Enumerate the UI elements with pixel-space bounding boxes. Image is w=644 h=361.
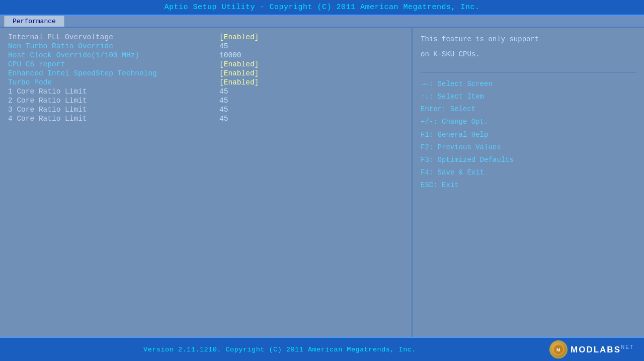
setting-value-6: 45: [219, 87, 228, 96]
setting-label-2: Host Clock Override(1/100 MHz): [8, 51, 219, 59]
header-title: Aptio Setup Utility - Copyright (C) 2011…: [164, 3, 479, 12]
settings-list: Internal PLL Overvoltage[Enabled]Non Tur…: [8, 33, 404, 123]
tab-performance[interactable]: Performance: [4, 16, 64, 27]
logo-icon: M: [549, 340, 568, 358]
shortcut-item-7: F4: Save & Exit: [421, 166, 636, 179]
tab-row: Performance: [0, 16, 644, 28]
setting-value-3: [Enabled]: [219, 60, 259, 68]
shortcut-item-8: ESC: Exit: [421, 179, 636, 192]
main-area: Internal PLL Overvoltage[Enabled]Non Tur…: [0, 28, 644, 342]
shortcut-item-5: F2: Previous Values: [421, 141, 636, 154]
shortcut-item-2: Enter: Select: [421, 103, 636, 116]
setting-value-1: 45: [219, 42, 228, 50]
settings-row-3[interactable]: CPU C6 report[Enabled]: [8, 60, 404, 69]
setting-value-0: [Enabled]: [219, 33, 259, 41]
settings-row-9[interactable]: 4 Core Ratio Limit45: [8, 114, 404, 123]
help-line1: This feature is only support: [421, 34, 636, 45]
shortcut-item-6: F3: Optimized Defaults: [421, 154, 636, 166]
settings-row-0[interactable]: Internal PLL Overvoltage[Enabled]: [8, 33, 404, 42]
shortcut-item-0: →←: Select Screen: [421, 78, 636, 91]
settings-row-2[interactable]: Host Clock Override(1/100 MHz)10000: [8, 51, 404, 60]
settings-row-5[interactable]: Turbo Mode[Enabled]: [8, 78, 404, 87]
right-panel: This feature is only support on K-SKU CP…: [413, 28, 644, 342]
shortcut-item-3: +/-: Change Opt.: [421, 116, 636, 128]
setting-value-8: 45: [219, 106, 228, 114]
setting-label-8: 3 Core Ratio Limit: [8, 106, 219, 114]
setting-label-0: Internal PLL Overvoltage: [8, 33, 219, 41]
panel-divider: [421, 72, 636, 73]
settings-row-7[interactable]: 2 Core Ratio Limit45: [8, 96, 404, 105]
logo-text: MODLABSNET: [571, 344, 634, 355]
setting-label-4: Enhanced Intel SpeedStep Technolog: [8, 69, 219, 77]
svg-text:M: M: [556, 347, 560, 352]
logo-superscript: NET: [621, 344, 634, 350]
setting-value-2: 10000: [219, 51, 242, 59]
setting-label-1: Non Turbo Ratio Override: [8, 42, 219, 50]
setting-value-7: 45: [219, 97, 228, 105]
setting-value-4: [Enabled]: [219, 69, 259, 77]
settings-row-8[interactable]: 3 Core Ratio Limit45: [8, 105, 404, 114]
settings-row-1[interactable]: Non Turbo Ratio Override45: [8, 42, 404, 51]
shortcut-list: →←: Select Screen↑↓: Select ItemEnter: S…: [421, 78, 636, 192]
setting-label-6: 1 Core Ratio Limit: [8, 87, 219, 96]
settings-row-4[interactable]: Enhanced Intel SpeedStep Technolog[Enabl…: [8, 69, 404, 78]
setting-value-5: [Enabled]: [219, 78, 259, 86]
bottom-bar: Version 2.11.1210. Copyright (C) 2011 Am…: [0, 337, 644, 361]
setting-label-7: 2 Core Ratio Limit: [8, 97, 219, 105]
setting-value-9: 45: [219, 115, 228, 123]
setting-label-5: Turbo Mode: [8, 78, 219, 86]
shortcut-item-4: F1: General Help: [421, 129, 636, 141]
footer-text: Version 2.11.1210. Copyright (C) 2011 Am…: [10, 346, 549, 353]
settings-row-6[interactable]: 1 Core Ratio Limit45: [8, 87, 404, 96]
header-bar: Aptio Setup Utility - Copyright (C) 2011…: [0, 0, 644, 16]
help-line2: on K-SKU CPUs.: [421, 49, 636, 60]
modlabs-logo: M MODLABSNET: [549, 340, 634, 358]
setting-label-3: CPU C6 report: [8, 60, 219, 68]
left-panel: Internal PLL Overvoltage[Enabled]Non Tur…: [0, 28, 413, 342]
setting-label-9: 4 Core Ratio Limit: [8, 115, 219, 123]
shortcut-item-1: ↑↓: Select Item: [421, 91, 636, 103]
